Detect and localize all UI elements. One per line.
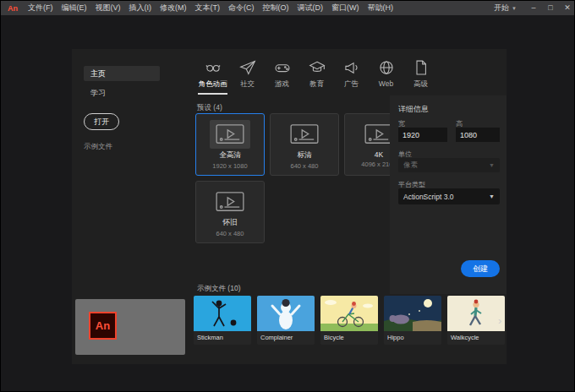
- tab-social[interactable]: 社交: [230, 59, 265, 95]
- tab-education[interactable]: 教育: [299, 59, 334, 95]
- stickman-thumbnail: [194, 296, 251, 331]
- game-controller-icon: [274, 59, 291, 76]
- megaphone-icon: [343, 59, 360, 76]
- hippo-thumbnail: [384, 296, 441, 331]
- sample-bicycle[interactable]: Bicycle: [320, 296, 378, 345]
- sample-hippo[interactable]: Hippo: [384, 296, 441, 345]
- preset-sd[interactable]: 标清 640 x 480: [270, 113, 339, 176]
- paper-plane-icon: [239, 59, 256, 76]
- tab-ads[interactable]: 广告: [334, 59, 369, 95]
- menu-edit[interactable]: 编辑(E): [58, 1, 91, 15]
- tab-label: Web: [379, 79, 393, 88]
- platform-dropdown[interactable]: ActionScript 3.0 ▼: [398, 188, 500, 204]
- menubar-right: 开始 ▼ – □ ✕: [485, 1, 575, 15]
- workspace-switcher[interactable]: 开始 ▼: [485, 3, 525, 14]
- open-button[interactable]: 打开: [84, 113, 119, 130]
- animate-logo-icon: An: [89, 312, 117, 340]
- document-icon: [413, 59, 430, 76]
- walkcycle-thumbnail: [447, 296, 505, 331]
- units-value: 像素: [403, 161, 418, 171]
- preset-dims: 1920 x 1080: [196, 162, 264, 170]
- sample-stickman[interactable]: Stickman: [194, 296, 251, 345]
- tab-label: 高级: [413, 79, 428, 90]
- preset-name: 怀旧: [196, 218, 264, 228]
- tab-label: 教育: [309, 79, 324, 90]
- units-dropdown[interactable]: 像素 ▼: [398, 158, 500, 172]
- preset-name: 全高清: [196, 150, 264, 161]
- menu-insert[interactable]: 插入(I): [125, 1, 156, 15]
- workspace-label: 开始: [494, 3, 509, 14]
- video-doc-icon: [210, 188, 250, 216]
- menu-debug[interactable]: 调试(D): [293, 1, 328, 15]
- samples-next-chevron-icon[interactable]: ›: [498, 314, 501, 327]
- presets-header: 预设 (4): [197, 103, 222, 113]
- sidebar-samples-link[interactable]: 示例文件: [84, 142, 112, 152]
- sidebar-item-learn[interactable]: 学习: [90, 88, 106, 99]
- menu-bar: An 文件(F) 编辑(E) 视图(V) 插入(I) 修改(M) 文本(T) 命…: [1, 1, 575, 15]
- details-header: 详细信息: [398, 104, 429, 115]
- chevron-down-icon: ▼: [489, 162, 495, 168]
- preset-grid: 全高清 1920 x 1080 标清 640 x 480 4K 4096 x 2…: [195, 113, 417, 243]
- menu-window[interactable]: 窗口(W): [327, 1, 364, 15]
- menu-control[interactable]: 控制(O): [259, 1, 293, 15]
- menu-modify[interactable]: 修改(M): [156, 1, 191, 15]
- sample-complainer[interactable]: Complainer: [257, 296, 315, 345]
- sample-walkcycle[interactable]: Walkcycle: [447, 296, 505, 345]
- promo-banner[interactable]: An: [75, 299, 185, 355]
- tab-games[interactable]: 游戏: [265, 59, 299, 95]
- preset-vintage[interactable]: 怀旧 640 x 480: [195, 181, 265, 243]
- graduation-cap-icon: [309, 59, 326, 76]
- close-button[interactable]: ✕: [559, 1, 575, 15]
- sample-label: Walkcycle: [447, 331, 505, 345]
- menu-text[interactable]: 文本(T): [191, 1, 225, 15]
- sample-label: Bicycle: [320, 331, 378, 345]
- tab-character-animation[interactable]: 角色动画: [195, 59, 230, 95]
- preset-full-hd[interactable]: 全高清 1920 x 1080: [195, 113, 265, 176]
- samples-header: 示例文件 (10): [197, 284, 240, 294]
- character-icon: [205, 59, 222, 76]
- globe-icon: [378, 59, 395, 76]
- preset-dims: 640 x 480: [196, 230, 264, 237]
- tab-label: 广告: [344, 79, 359, 90]
- width-input[interactable]: [398, 128, 447, 142]
- tab-label: 游戏: [275, 79, 289, 90]
- sidebar-item-home[interactable]: 主页: [84, 66, 160, 81]
- menu-view[interactable]: 视图(V): [91, 1, 125, 15]
- preset-name: 标清: [271, 150, 338, 161]
- tab-label: 社交: [240, 79, 255, 90]
- sample-label: Complainer: [257, 331, 315, 345]
- complainer-thumbnail: [257, 296, 315, 331]
- sample-label: Stickman: [194, 331, 251, 345]
- menu-file[interactable]: 文件(F): [24, 1, 58, 15]
- tab-web[interactable]: Web: [369, 59, 403, 95]
- video-doc-icon: [210, 120, 250, 149]
- create-button[interactable]: 创建: [461, 260, 500, 277]
- maximize-button[interactable]: □: [542, 1, 559, 15]
- height-input[interactable]: [456, 128, 500, 142]
- tab-advanced[interactable]: 高级: [403, 59, 438, 95]
- preset-dims: 640 x 480: [271, 162, 338, 170]
- animate-window: An 文件(F) 编辑(E) 视图(V) 插入(I) 修改(M) 文本(T) 命…: [0, 0, 575, 392]
- bicycle-thumbnail: [320, 296, 378, 331]
- details-panel: 详细信息 宽 高 单位 像素 ▼ 平台类型 ActionScript 3.0 ▼…: [390, 95, 507, 294]
- menu-help[interactable]: 帮助(H): [364, 1, 398, 15]
- category-tabs: 角色动画 社交 游戏 教育: [195, 59, 438, 95]
- chevron-down-icon: ▼: [489, 193, 495, 199]
- menu-commands[interactable]: 命令(C): [224, 1, 259, 15]
- home-screen: 主页 学习 打开 示例文件 角色动画 社交 游戏: [72, 49, 507, 364]
- sample-label: Hippo: [384, 331, 441, 345]
- tab-label: 角色动画: [199, 79, 227, 90]
- platform-value: ActionScript 3.0: [403, 193, 454, 201]
- samples-row: Stickman Complainer: [194, 296, 505, 345]
- minimize-button[interactable]: –: [525, 1, 542, 15]
- app-logo-icon: An: [8, 4, 18, 13]
- video-doc-icon: [284, 120, 325, 149]
- chevron-down-icon: ▼: [512, 6, 517, 11]
